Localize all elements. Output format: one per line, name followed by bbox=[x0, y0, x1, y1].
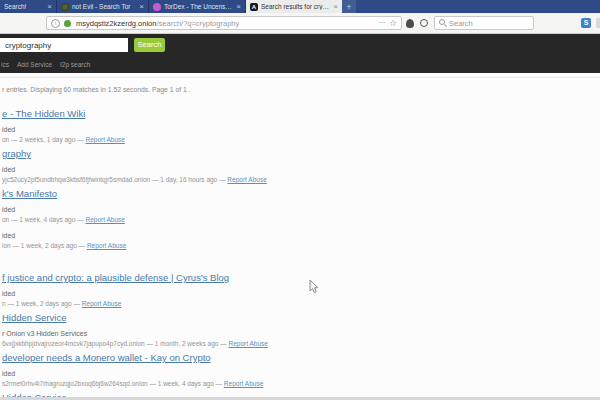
close-icon[interactable]: × bbox=[333, 0, 338, 13]
site-search-button[interactable]: Search bbox=[134, 38, 165, 52]
result-meta: 6vxjjxkbhpjdvajrozeor4mcvk7japupo4p7cyd.… bbox=[2, 339, 600, 349]
tab-search[interactable]: Search! × bbox=[0, 0, 57, 13]
tab-title: Search results for cryptography bbox=[261, 3, 329, 10]
report-abuse-link[interactable]: Report Abuse bbox=[227, 176, 266, 183]
search-result: e - The Hidden Wiki ided on — 2 weeks, 1… bbox=[2, 107, 600, 147]
site-nav: ics Add Service I2p search bbox=[1, 61, 90, 68]
result-meta: yjc52ucy2pf5undbhqw3kbsf6fjfwintqjr5smda… bbox=[2, 175, 600, 185]
search-result: f justice and crypto: a plausible defens… bbox=[2, 271, 600, 311]
result-description: ided bbox=[2, 369, 600, 379]
result-meta: n — 1 week, 2 days ago — Report Abuse bbox=[2, 299, 600, 309]
result-url-age: 6vxjjxkbhpjdvajrozeor4mcvk7japupo4p7cyd.… bbox=[2, 340, 229, 347]
search-result: Hidden Service r Onion v3 Hidden Service… bbox=[2, 311, 600, 351]
result-url-age: on — 2 weeks, 1 day ago — bbox=[2, 136, 85, 143]
bookmark-star-icon[interactable] bbox=[389, 17, 397, 29]
result-meta: on — 1 week, 4 days ago — Report Abuse bbox=[2, 215, 600, 225]
results-summary: r entries. Displaying 60 matches in 1.52… bbox=[2, 86, 191, 93]
tab-title: Search! bbox=[4, 3, 43, 10]
tor-onion-icon[interactable] bbox=[64, 20, 71, 27]
browser-search-box[interactable] bbox=[434, 16, 534, 30]
close-icon[interactable]: × bbox=[47, 0, 52, 13]
result-title-link[interactable]: developer needs a Monero wallet - Kay on… bbox=[2, 351, 600, 365]
result-url-age: s2rmet0rhv4i7rhagruzqjo2bxoq6bj6w264sqd.… bbox=[2, 380, 224, 387]
favicon-tordex bbox=[153, 3, 161, 11]
result-title-link[interactable]: e - The Hidden Wiki bbox=[2, 107, 600, 121]
torbutton-onion-icon[interactable] bbox=[406, 19, 414, 28]
report-abuse-link[interactable]: Report Abuse bbox=[224, 380, 263, 387]
noscript-icon[interactable] bbox=[581, 18, 591, 28]
nav-link-statistics[interactable]: ics bbox=[1, 61, 9, 68]
search-result: graphy ided yjc52ucy2pf5undbhqw3kbsf6fjf… bbox=[2, 147, 600, 187]
favicon-ahmia bbox=[250, 3, 258, 11]
tab-tordex[interactable]: TorDex - The Uncensored Tor Se × bbox=[149, 0, 246, 13]
site-search-input[interactable] bbox=[0, 38, 128, 52]
result-title-link[interactable]: graphy bbox=[2, 147, 600, 161]
report-abuse-link[interactable]: Report Abuse bbox=[87, 242, 126, 249]
result-description: ided bbox=[2, 289, 600, 299]
close-icon[interactable]: × bbox=[139, 0, 144, 13]
result-url-age: yjc52ucy2pf5undbhqw3kbsf6fjfwintqjr5smda… bbox=[2, 176, 227, 183]
url-path: /search/?q=cryptography bbox=[156, 19, 239, 28]
nav-link-add-service[interactable]: Add Service bbox=[17, 61, 52, 68]
nav-link-i2p-search[interactable]: I2p search bbox=[60, 61, 90, 68]
result-meta: ion — 1 week, 2 days ago — Report Abuse bbox=[2, 241, 600, 251]
search-result: ided ion — 1 week, 2 days ago — Report A… bbox=[2, 231, 600, 271]
browser-window: Search! × not Evil - Search Tor × TorDex… bbox=[0, 0, 600, 400]
report-abuse-link[interactable]: Report Abuse bbox=[229, 340, 268, 347]
search-result: developer needs a Monero wallet - Kay on… bbox=[2, 351, 600, 391]
browser-toolbar: msydqstlz2kzerdg.onion/search/?q=cryptog… bbox=[0, 13, 600, 34]
tab-notevil[interactable]: not Evil - Search Tor × bbox=[57, 0, 149, 13]
tab-bar: Search! × not Evil - Search Tor × TorDex… bbox=[0, 0, 600, 13]
url-text: msydqstlz2kzerdg.onion/search/?q=cryptog… bbox=[76, 19, 239, 28]
url-domain: msydqstlz2kzerdg.onion bbox=[76, 19, 156, 28]
search-icon bbox=[439, 19, 447, 27]
result-description: ided bbox=[2, 205, 600, 215]
result-meta: s2rmet0rhv4i7rhagruzqjo2bxoq6bj6w264sqd.… bbox=[2, 379, 600, 389]
browser-search-input[interactable] bbox=[449, 19, 529, 28]
toolbar-edge-icon[interactable] bbox=[596, 18, 600, 28]
result-title-link[interactable]: f justice and crypto: a plausible defens… bbox=[2, 271, 600, 285]
report-abuse-link[interactable]: Report Abuse bbox=[85, 216, 124, 223]
result-description: r Onion v3 Hidden Services bbox=[2, 329, 600, 339]
result-description: ided bbox=[2, 231, 600, 241]
result-title-link[interactable]: k's Manifesto bbox=[2, 187, 600, 201]
site-info-icon[interactable] bbox=[51, 19, 60, 28]
header-divider bbox=[0, 77, 600, 78]
results-list: e - The Hidden Wiki ided on — 2 weeks, 1… bbox=[2, 107, 600, 400]
result-url-age: on — 1 week, 4 days ago — bbox=[2, 216, 85, 223]
url-bar[interactable]: msydqstlz2kzerdg.onion/search/?q=cryptog… bbox=[46, 16, 402, 30]
results-page: r entries. Displaying 60 matches in 1.52… bbox=[0, 73, 600, 400]
close-icon[interactable]: × bbox=[236, 0, 241, 13]
result-description: ided bbox=[2, 165, 600, 175]
report-abuse-link[interactable]: Report Abuse bbox=[82, 300, 121, 307]
tab-search-results-active[interactable]: Search results for cryptography × bbox=[246, 0, 342, 13]
search-result: k's Manifesto ided on — 1 week, 4 days a… bbox=[2, 187, 600, 227]
result-description: ided bbox=[2, 125, 600, 135]
favicon-notevil bbox=[61, 3, 69, 11]
new-tab-button[interactable]: + bbox=[342, 0, 356, 13]
result-url-age: ion — 1 week, 2 days ago — bbox=[2, 242, 87, 249]
tab-title: TorDex - The Uncensored Tor Se bbox=[164, 3, 232, 10]
report-abuse-link[interactable]: Report Abuse bbox=[85, 136, 124, 143]
page-actions-icon[interactable] bbox=[378, 17, 385, 29]
site-header: Search ics Add Service I2p search bbox=[0, 34, 600, 73]
result-url-age: n — 1 week, 2 days ago — bbox=[2, 300, 82, 307]
tab-title: not Evil - Search Tor bbox=[72, 3, 135, 10]
result-meta: on — 2 weeks, 1 day ago — Report Abuse bbox=[2, 135, 600, 145]
circle-outline-icon[interactable] bbox=[420, 19, 428, 27]
result-title-link[interactable]: Hidden Service bbox=[2, 311, 600, 325]
